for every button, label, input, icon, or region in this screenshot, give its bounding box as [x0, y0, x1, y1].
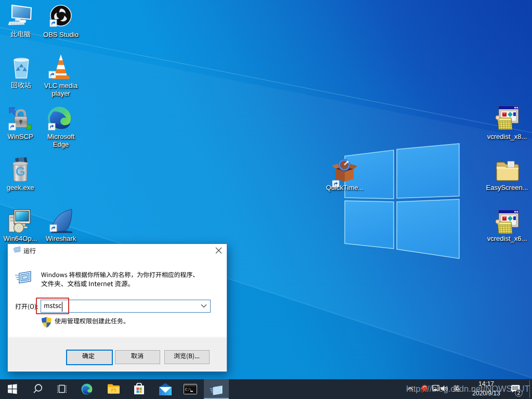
svg-text:2: 2: [517, 390, 521, 396]
svg-text:C:\: C:\: [185, 388, 191, 392]
